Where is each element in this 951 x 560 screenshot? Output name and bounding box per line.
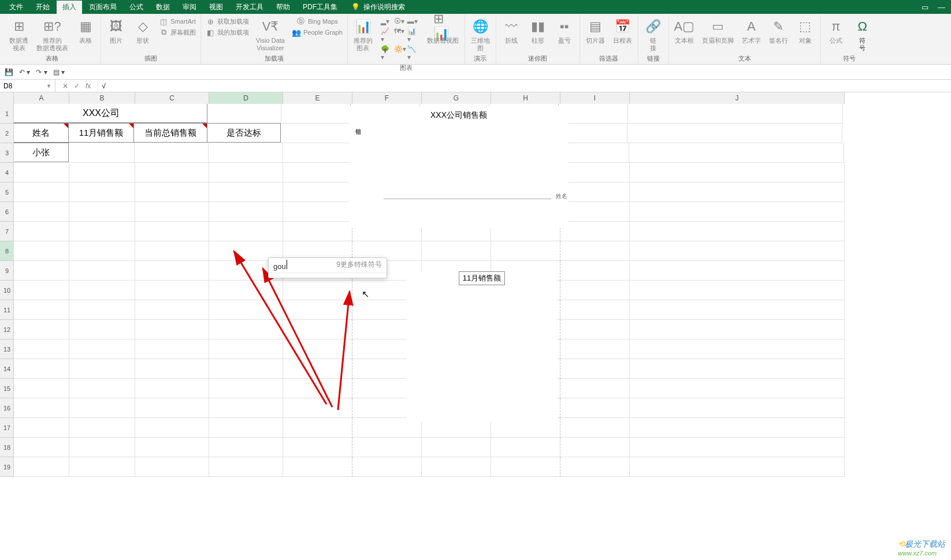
cell-E17[interactable] <box>283 418 352 438</box>
col-header-J[interactable]: J <box>630 92 845 104</box>
ime-candidate-window[interactable]: gou 9更多特殊符号 <box>268 257 387 278</box>
wordart-button[interactable]: A艺术字 <box>740 16 763 46</box>
cell-I2[interactable] <box>558 124 627 143</box>
spreadsheet-grid[interactable]: ABCDEFGHIJ 12345678910111213141516171819… <box>0 92 951 560</box>
cell-A11[interactable] <box>14 300 69 320</box>
chart-grid-button[interactable]: ▂▾⦿▾▬▾📈▾🗺▾📊▾🌳▾🔆▾📉▾ <box>378 16 421 62</box>
cell-A6[interactable] <box>14 202 69 222</box>
object-button[interactable]: ⬚对象 <box>794 16 817 46</box>
col-header-G[interactable]: G <box>422 92 491 104</box>
cell-B1[interactable]: XXX公司 <box>68 103 134 123</box>
row-header-16[interactable]: 16 <box>0 398 14 418</box>
menu-PDF工具集[interactable]: PDF工具集 <box>297 1 343 14</box>
cell-B4[interactable] <box>69 163 135 182</box>
cell-A13[interactable] <box>14 339 69 359</box>
cell-C2[interactable]: 当前总销售额 <box>133 123 207 143</box>
cell-B15[interactable] <box>69 379 135 398</box>
cell-C6[interactable] <box>135 202 209 222</box>
cell-J2[interactable] <box>627 124 842 143</box>
cell-A4[interactable] <box>14 163 69 182</box>
cell-D4[interactable] <box>209 163 283 182</box>
fx-icon[interactable]: fx <box>86 82 91 90</box>
cell-E10[interactable] <box>283 281 352 300</box>
cell-E11[interactable] <box>283 300 352 320</box>
cell-G18[interactable] <box>422 438 491 457</box>
cell-I13[interactable] <box>560 339 630 359</box>
col-header-F[interactable]: F <box>352 92 422 104</box>
name-box-dropdown-icon[interactable]: ▼ <box>46 83 51 89</box>
cell-J5[interactable] <box>630 182 845 202</box>
cell-D18[interactable] <box>209 438 283 457</box>
cell-D2[interactable]: 是否达标 <box>207 123 281 143</box>
cell-J6[interactable] <box>630 202 845 222</box>
redo-icon[interactable]: ↷ ▾ <box>36 68 47 76</box>
cell-I11[interactable] <box>560 300 630 320</box>
cell-I16[interactable] <box>560 398 630 418</box>
cell-J1[interactable] <box>628 104 843 124</box>
ribbon-display-icon[interactable]: ▭ <box>922 3 928 12</box>
cell-A5[interactable] <box>14 182 69 202</box>
col-header-D[interactable]: D <box>209 92 283 104</box>
cell-A14[interactable] <box>14 359 69 379</box>
name-box[interactable]: D8 ▼ <box>0 80 55 92</box>
col-header-I[interactable]: I <box>560 92 630 104</box>
cell-E2[interactable] <box>281 124 350 143</box>
cell-D14[interactable] <box>209 359 283 379</box>
cell-E16[interactable] <box>283 398 352 418</box>
cell-I10[interactable] <box>560 281 630 300</box>
menu-审阅[interactable]: 审阅 <box>177 1 202 14</box>
cell-A1[interactable] <box>13 103 69 123</box>
cell-D11[interactable] <box>209 300 283 320</box>
cell-B12[interactable] <box>69 320 135 339</box>
row-header-4[interactable]: 4 <box>0 163 14 182</box>
cell-B2[interactable]: 11月销售额 <box>68 123 134 143</box>
cell-I12[interactable] <box>560 320 630 339</box>
cancel-icon[interactable]: ✕ <box>62 82 68 90</box>
cell-A2[interactable]: 姓名 <box>13 123 69 143</box>
cell-C16[interactable] <box>135 398 209 418</box>
cell-H8[interactable] <box>491 241 560 261</box>
cell-A18[interactable] <box>14 438 69 457</box>
cell-B7[interactable] <box>69 222 135 241</box>
cell-C12[interactable] <box>135 320 209 339</box>
cell-D7[interactable] <box>209 222 283 241</box>
cell-E1[interactable] <box>281 104 351 124</box>
cell-D6[interactable] <box>209 202 283 222</box>
cell-A9[interactable] <box>14 261 69 281</box>
cell-I5[interactable] <box>560 182 630 202</box>
bing-maps-button[interactable]: ⓑBing Maps <box>291 16 344 27</box>
cell-J11[interactable] <box>630 300 845 320</box>
cell-J17[interactable] <box>630 418 845 438</box>
slicer-button[interactable]: ▤切片器 <box>584 16 607 46</box>
cell-I1[interactable] <box>559 104 628 124</box>
select-all-corner[interactable] <box>0 92 14 104</box>
cell-C14[interactable] <box>135 359 209 379</box>
cell-C17[interactable] <box>135 418 209 438</box>
menu-文件[interactable]: 文件 <box>3 1 29 14</box>
cell-F18[interactable] <box>352 438 422 457</box>
cell-A19[interactable] <box>14 457 69 477</box>
col-header-H[interactable]: H <box>491 92 560 104</box>
row-header-19[interactable]: 19 <box>0 457 14 477</box>
cell-A8[interactable] <box>14 241 69 261</box>
cell-B11[interactable] <box>69 300 135 320</box>
cell-J15[interactable] <box>630 379 845 398</box>
cell-B19[interactable] <box>69 457 135 477</box>
cell-B17[interactable] <box>69 418 135 438</box>
cell-D3[interactable] <box>209 143 283 163</box>
col-header-B[interactable]: B <box>69 92 135 104</box>
save-icon[interactable]: 💾 <box>5 68 13 76</box>
cell-B3[interactable] <box>69 143 135 163</box>
menu-开始[interactable]: 开始 <box>30 1 55 14</box>
row-header-15[interactable]: 15 <box>0 379 14 398</box>
cell-B8[interactable] <box>69 241 135 261</box>
cell-B9[interactable] <box>69 261 135 281</box>
cell-I4[interactable] <box>560 163 630 182</box>
shapes-button[interactable]: ◇形状 <box>131 16 154 46</box>
undo-icon[interactable]: ↶ ▾ <box>19 68 30 76</box>
cell-C15[interactable] <box>135 379 209 398</box>
screenshot-button[interactable]: ⧉屏幕截图 <box>158 27 197 38</box>
cell-E13[interactable] <box>283 339 352 359</box>
cell-H19[interactable] <box>491 457 560 477</box>
cell-I18[interactable] <box>560 438 630 457</box>
